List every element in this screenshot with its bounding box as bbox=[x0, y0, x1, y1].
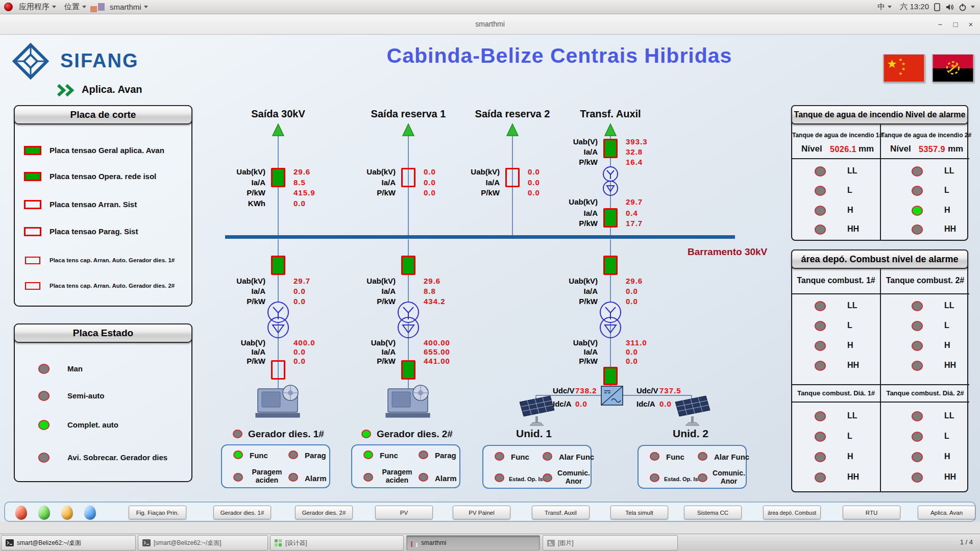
toolbar-button-sistema-cc[interactable]: Sistema CC bbox=[684, 506, 742, 519]
alarm-label: L bbox=[944, 186, 949, 195]
volume-icon[interactable] bbox=[945, 3, 954, 11]
taskbar-item-images[interactable]: [图片] bbox=[543, 535, 678, 550]
indicator-balloon-blue bbox=[84, 506, 96, 520]
status-led bbox=[363, 450, 373, 459]
alarm-label: H bbox=[847, 452, 853, 461]
maximize-button[interactable]: □ bbox=[949, 19, 962, 30]
alarm-label: HH bbox=[944, 361, 956, 370]
meas-label: Ia/A bbox=[583, 286, 598, 296]
breaker-saida30[interactable] bbox=[271, 168, 285, 187]
toolbar-button-gerador-dies-2[interactable]: Gerador dies. 2# bbox=[295, 506, 353, 519]
breaker-gen1-top[interactable] bbox=[271, 256, 285, 275]
toolbar-button-rtu[interactable]: RTU bbox=[843, 506, 900, 519]
alarm-label: LL bbox=[847, 166, 857, 176]
status-led bbox=[288, 450, 298, 459]
meas-value: 0.0 bbox=[528, 167, 540, 177]
breaker-pv-top[interactable] bbox=[603, 256, 618, 275]
status-label: Func bbox=[511, 453, 529, 461]
meas-value: 434.2 bbox=[424, 296, 446, 307]
status-label: Alar Func bbox=[559, 453, 594, 461]
unit1-name: Unid. 1 bbox=[516, 428, 552, 440]
toolbar-button-pv-painel[interactable]: PV Painel bbox=[453, 506, 510, 519]
meas-value: 415.9 bbox=[293, 188, 315, 198]
estado-label: Avi. Sobrecar. Gerador dies bbox=[67, 453, 167, 462]
toolbar-button-area-depo-combust[interactable]: área depó. Combust bbox=[763, 506, 821, 519]
minimize-button[interactable]: − bbox=[934, 19, 946, 30]
breaker-gen2-top[interactable] bbox=[401, 256, 415, 275]
meas-label: Uab(kV) bbox=[471, 167, 500, 177]
input-method-menu[interactable]: 中 bbox=[873, 0, 896, 14]
places-menu[interactable]: 位置 bbox=[60, 0, 90, 14]
unit2-name: Unid. 2 bbox=[673, 428, 708, 440]
status-led bbox=[698, 452, 707, 461]
power-icon[interactable] bbox=[959, 3, 967, 11]
applications-menu[interactable]: 应用程序 bbox=[15, 0, 60, 14]
estado-label: Semi-auto bbox=[67, 391, 105, 400]
breaker-auxiliar-top[interactable] bbox=[603, 139, 618, 158]
alarm-label: LL bbox=[847, 301, 857, 310]
toolbar-button-tela-simult[interactable]: Tela simult bbox=[610, 506, 668, 519]
breaker-gen2-bottom[interactable] bbox=[401, 360, 415, 380]
alarm-led bbox=[815, 224, 826, 235]
status-label: Comunic. Anor bbox=[712, 469, 746, 485]
taskbar-item-label: smart@Belize62:~/桌面 bbox=[17, 539, 81, 547]
meas-label: P/kW bbox=[481, 188, 500, 198]
meas-label: Uab(kV) bbox=[366, 276, 396, 286]
alarm-led bbox=[912, 166, 923, 177]
applications-icon[interactable] bbox=[4, 3, 13, 11]
status-label: Alar Func bbox=[714, 453, 749, 461]
tank-header: Tanque de agua de incendio 2# bbox=[881, 132, 969, 139]
alarm-label: H bbox=[944, 206, 950, 215]
fuel-tank-panel: área depó. Combust nivel de alarme Tanqu… bbox=[791, 249, 968, 492]
meas-value: 0.0 bbox=[293, 356, 306, 366]
meas-value: 311.0 bbox=[626, 338, 647, 348]
taskbar-item-smarthmi[interactable]: smarthmi bbox=[406, 535, 540, 550]
taskbar-item-terminal-min[interactable]: [smart@Belize62:~/桌面] bbox=[138, 535, 268, 550]
clock[interactable]: 六 13:20 bbox=[900, 2, 929, 12]
close-button[interactable]: × bbox=[965, 19, 977, 30]
taskbar-item-label: [设计器] bbox=[285, 539, 307, 547]
toolbar-button-gerador-dies-1[interactable]: Gerador dies. 1# bbox=[213, 506, 271, 519]
meas-label: Udc/V bbox=[636, 386, 658, 396]
placa-de-corte-header: Placa de corte bbox=[14, 105, 192, 124]
alarm-label: HH bbox=[847, 224, 859, 234]
alarm-label: L bbox=[944, 321, 949, 330]
chevron-down-icon bbox=[52, 6, 56, 8]
pv-array-1-icon bbox=[520, 396, 554, 425]
meas-value: 738.2 bbox=[575, 386, 597, 396]
breaker-auxiliar-bottom[interactable] bbox=[603, 208, 618, 228]
display-icon[interactable] bbox=[933, 3, 941, 11]
status-led bbox=[233, 450, 243, 459]
breaker-pv-bottom[interactable] bbox=[603, 367, 618, 385]
smarthmi-menu[interactable]: smarthmi bbox=[106, 0, 152, 14]
workspace-pager[interactable]: 1 / 4 bbox=[960, 538, 973, 546]
toolbar-button-fig-fiacao-prin[interactable]: Fig. Fiaçao Prin. bbox=[129, 506, 186, 519]
toolbar-button-aplica-avan[interactable]: Aplica. Avan bbox=[918, 506, 975, 519]
tank-header: Tanque de agua de incendio 1# bbox=[792, 132, 880, 139]
meas-value: 737.5 bbox=[659, 386, 681, 396]
alarm-led bbox=[815, 411, 826, 421]
diesel-generator-2-icon bbox=[386, 385, 430, 417]
taskbar-item-terminal[interactable]: smart@Belize62:~/桌面 bbox=[1, 535, 136, 550]
toolbar-button-pv[interactable]: PV bbox=[375, 506, 433, 519]
breaker-reserva2[interactable] bbox=[505, 168, 520, 187]
status-led bbox=[650, 452, 659, 461]
taskbar-item-designer[interactable]: [设计器] bbox=[270, 535, 404, 550]
breaker-gen1-bottom[interactable] bbox=[271, 360, 285, 380]
panel-title: Tanque de agua de incendio Nivel de alar… bbox=[794, 110, 966, 119]
alarm-label: LL bbox=[944, 166, 954, 176]
window-icon-purple bbox=[98, 3, 105, 11]
status-label: Paragem aciden bbox=[248, 468, 286, 484]
inverter-icon bbox=[601, 386, 623, 405]
feeder-name: Transf. Auxil bbox=[580, 108, 641, 120]
breaker-reserva1[interactable] bbox=[401, 168, 415, 187]
toolbar-button-transf-auxil[interactable]: Transf. Auxil bbox=[532, 506, 590, 519]
meas-value: 0.4 bbox=[626, 208, 638, 218]
meas-label: Uab(kV) bbox=[569, 276, 598, 286]
alarm-led bbox=[815, 166, 826, 177]
unit1-status-panel: Func Alar Func Estad. Op. Isol Comunic. … bbox=[482, 445, 592, 489]
meas-value: 29.6 bbox=[293, 167, 310, 177]
meas-label: Uab(V) bbox=[241, 338, 265, 348]
alarm-led bbox=[815, 361, 826, 371]
meas-label: P/kW bbox=[247, 188, 265, 198]
